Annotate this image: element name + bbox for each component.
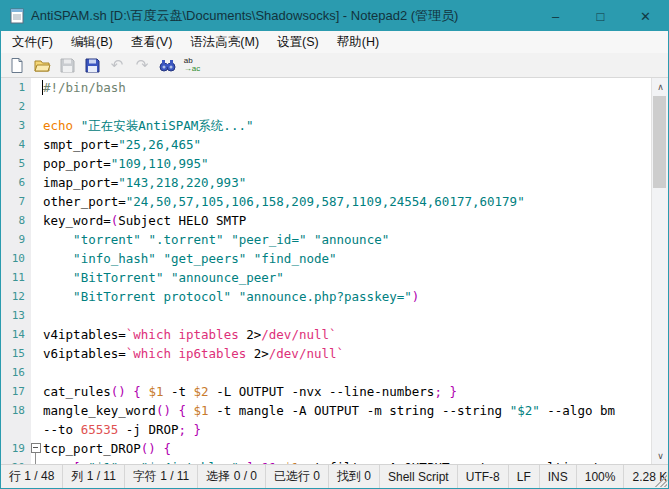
fold-margin xyxy=(31,268,41,287)
menu-edit[interactable]: 编辑(B) xyxy=(62,32,122,53)
code-line[interactable]: 9 "torrent" ".torrent" "peer_id=" "annou… xyxy=(1,230,668,249)
line-text: cat_rules() { $1 -t $2 -L OUTPUT -nvx --… xyxy=(41,382,668,401)
code-line[interactable]: 12 "BitTorrent protocol" "announce.php?p… xyxy=(1,287,668,306)
code-line[interactable]: 16 xyxy=(1,363,668,382)
line-number: 15 xyxy=(1,344,31,363)
title-bar: AntiSPAM.sh [D:\百度云盘\Documents\Shadowsoc… xyxy=(1,1,668,31)
code-line[interactable]: 19tcp_port_DROP() { xyxy=(1,439,668,458)
code-line[interactable]: 11 "BitTorrent" "announce_peer" xyxy=(1,268,668,287)
status-column: 列 1 / 11 xyxy=(63,465,124,488)
menu-help[interactable]: 帮助(H) xyxy=(328,32,388,53)
line-text: #!/bin/bash xyxy=(41,78,668,97)
fold-margin xyxy=(31,154,41,173)
editor[interactable]: 1#!/bin/bash23echo "正在安装AntiSPAM系统..."4s… xyxy=(1,78,668,464)
line-text: key_word=(Subject HELO SMTP xyxy=(41,211,668,230)
status-character: 字符 1 / 11 xyxy=(125,465,198,488)
redo-button[interactable]: ↷ xyxy=(130,54,154,77)
window-title: AntiSPAM.sh [D:\百度云盘\Documents\Shadowsoc… xyxy=(31,7,533,25)
line-text xyxy=(41,363,668,382)
menu-settings[interactable]: 设置(S) xyxy=(268,32,328,53)
status-eol[interactable]: LF xyxy=(509,465,540,488)
fold-margin xyxy=(31,249,41,268)
line-number: 13 xyxy=(1,306,31,325)
open-file-button[interactable] xyxy=(30,54,54,77)
code-line[interactable]: 13 xyxy=(1,306,668,325)
fold-margin xyxy=(31,135,41,154)
status-bar: 行 1 / 48列 1 / 11字符 1 / 11选择 0 / 0已选行 0找到… xyxy=(1,464,668,488)
line-number: 11 xyxy=(1,268,31,287)
text-caret xyxy=(42,80,43,95)
line-text xyxy=(41,306,668,325)
code-line[interactable]: 18mangle_key_word() { $1 -t mangle -A OU… xyxy=(1,401,668,420)
line-number: 6 xyxy=(1,173,31,192)
fold-margin xyxy=(31,78,41,97)
line-number: 12 xyxy=(1,287,31,306)
code-line[interactable]: 7other_port="24,50,57,105,106,158,209,58… xyxy=(1,192,668,211)
undo-icon: ↶ xyxy=(111,58,124,73)
line-number: 8 xyxy=(1,211,31,230)
line-number: 3 xyxy=(1,116,31,135)
code-line[interactable]: 3echo "正在安装AntiSPAM系统..." xyxy=(1,116,668,135)
code-line[interactable]: 6imap_port="143,218,220,993" xyxy=(1,173,668,192)
redo-icon: ↷ xyxy=(136,58,149,73)
code-line[interactable]: 1#!/bin/bash xyxy=(1,78,668,97)
save-button[interactable] xyxy=(55,54,79,77)
code-line[interactable]: 17cat_rules() { $1 -t $2 -L OUTPUT -nvx … xyxy=(1,382,668,401)
close-button[interactable]: ✕ xyxy=(623,1,668,31)
resize-grip-icon[interactable] xyxy=(655,475,667,487)
fold-margin xyxy=(31,344,41,363)
new-file-icon xyxy=(9,57,25,73)
code-line[interactable]: 2 xyxy=(1,97,668,116)
status-encoding[interactable]: UTF-8 xyxy=(458,465,509,488)
new-file-button[interactable] xyxy=(5,54,29,77)
code-line[interactable]: 4smpt_port="25,26,465" xyxy=(1,135,668,154)
vertical-scrollbar[interactable]: ∧ ∨ xyxy=(651,78,668,464)
menu-scheme[interactable]: 语法高亮(M) xyxy=(181,32,268,53)
status-found: 找到 0 xyxy=(329,465,380,488)
code-line[interactable]: 8key_word=(Subject HELO SMTP xyxy=(1,211,668,230)
status-zoom[interactable]: 100% xyxy=(577,465,625,488)
line-number: 5 xyxy=(1,154,31,173)
replace-button[interactable]: ab→ac xyxy=(180,54,204,77)
status-insert[interactable]: INS xyxy=(540,465,577,488)
line-text: "torrent" ".torrent" "peer_id=" "announc… xyxy=(41,230,668,249)
scrollbar-thumb[interactable] xyxy=(653,96,666,188)
code-line[interactable]: 15v6iptables=`which ip6tables 2>/dev/nul… xyxy=(1,344,668,363)
fold-margin xyxy=(31,401,41,420)
code-line[interactable]: 10 "info_hash" "get_peers" "find_node" xyxy=(1,249,668,268)
line-text: echo "正在安装AntiSPAM系统..." xyxy=(41,116,668,135)
scroll-up-button[interactable]: ∧ xyxy=(652,78,668,95)
replace-icon: ab→ac xyxy=(184,57,200,73)
menu-file[interactable]: 文件(F) xyxy=(3,32,62,53)
scroll-down-button[interactable]: ∨ xyxy=(652,447,668,464)
minimize-button[interactable]: – xyxy=(533,1,578,31)
fold-margin xyxy=(31,173,41,192)
menu-view[interactable]: 查看(V) xyxy=(122,32,182,53)
save-copy-button[interactable] xyxy=(80,54,104,77)
line-number: 17 xyxy=(1,382,31,401)
line-text: imap_port="143,218,220,993" xyxy=(41,173,668,192)
line-number: 14 xyxy=(1,325,31,344)
fold-margin xyxy=(31,116,41,135)
find-button[interactable] xyxy=(155,54,179,77)
undo-button[interactable]: ↶ xyxy=(105,54,129,77)
fold-toggle-icon[interactable] xyxy=(31,439,41,458)
app-icon[interactable] xyxy=(8,7,26,25)
code-line[interactable]: --to 65535 -j DROP; } xyxy=(1,420,668,439)
toolbar: ↶ ↷ ab→ac xyxy=(1,53,668,78)
code-line[interactable]: 14v4iptables=`which iptables 2>/dev/null… xyxy=(1,325,668,344)
line-text xyxy=(41,97,668,116)
status-scheme[interactable]: Shell Script xyxy=(380,465,458,488)
fold-margin xyxy=(31,363,41,382)
line-text: --to 65535 -j DROP; } xyxy=(41,420,668,439)
code-area: 1#!/bin/bash23echo "正在安装AntiSPAM系统..."4s… xyxy=(1,78,668,464)
line-text: "BitTorrent" "announce_peer" xyxy=(41,268,668,287)
code-line[interactable]: 5pop_port="109,110,995" xyxy=(1,154,668,173)
line-number: 9 xyxy=(1,230,31,249)
fold-margin xyxy=(31,306,41,325)
status-line: 行 1 / 48 xyxy=(1,465,63,488)
menu-bar: 文件(F)编辑(B)查看(V)语法高亮(M)设置(S)帮助(H) xyxy=(1,31,668,53)
status-sel-lines: 已选行 0 xyxy=(266,465,329,488)
open-folder-icon xyxy=(34,57,51,73)
maximize-button[interactable]: □ xyxy=(578,1,623,31)
